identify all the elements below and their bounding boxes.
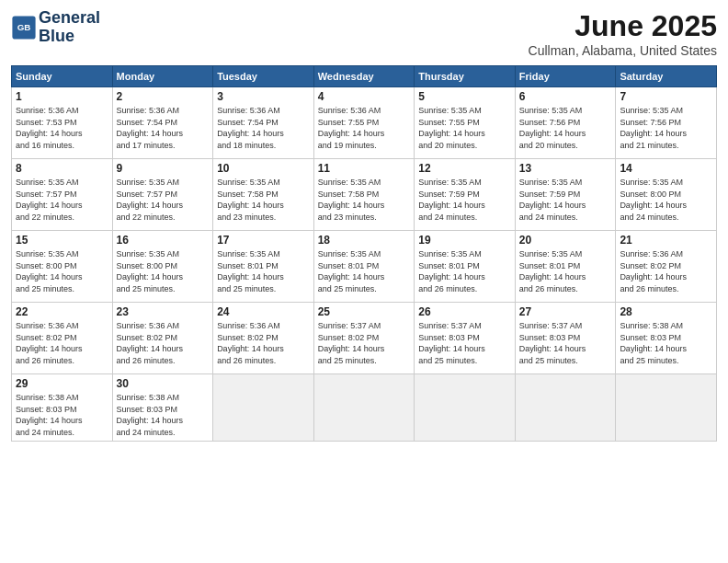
title-block: June 2025 Cullman, Alabama, United State… — [529, 9, 717, 58]
day-info: Sunrise: 5:35 AMSunset: 8:01 PMDaylight:… — [318, 248, 411, 294]
col-friday: Friday — [515, 66, 616, 87]
calendar-table: Sunday Monday Tuesday Wednesday Thursday… — [11, 65, 717, 442]
table-row: 9Sunrise: 5:35 AMSunset: 7:57 PMDaylight… — [112, 159, 213, 231]
day-info: Sunrise: 5:35 AMSunset: 8:01 PMDaylight:… — [519, 248, 612, 294]
page-header: GB General Blue June 2025 Cullman, Alaba… — [11, 9, 717, 58]
calendar-row: 29Sunrise: 5:38 AMSunset: 8:03 PMDayligh… — [12, 374, 717, 442]
day-info: Sunrise: 5:36 AMSunset: 7:55 PMDaylight:… — [318, 105, 411, 151]
day-number: 10 — [217, 162, 310, 175]
table-row: 4Sunrise: 5:36 AMSunset: 7:55 PMDaylight… — [313, 87, 415, 159]
day-info: Sunrise: 5:37 AMSunset: 8:03 PMDaylight:… — [418, 320, 511, 366]
table-row: 29Sunrise: 5:38 AMSunset: 8:03 PMDayligh… — [12, 374, 113, 442]
table-row: 21Sunrise: 5:36 AMSunset: 8:02 PMDayligh… — [616, 231, 717, 303]
svg-text:GB: GB — [17, 22, 31, 32]
day-number: 27 — [519, 305, 612, 318]
day-info: Sunrise: 5:35 AMSunset: 8:01 PMDaylight:… — [418, 248, 511, 294]
table-row: 26Sunrise: 5:37 AMSunset: 8:03 PMDayligh… — [415, 303, 516, 374]
calendar-body: 1Sunrise: 5:36 AMSunset: 7:53 PMDaylight… — [12, 87, 717, 442]
day-number: 17 — [217, 234, 310, 247]
day-number: 25 — [318, 305, 411, 318]
weekday-header-row: Sunday Monday Tuesday Wednesday Thursday… — [12, 66, 717, 87]
table-row: 23Sunrise: 5:36 AMSunset: 8:02 PMDayligh… — [112, 303, 213, 374]
day-number: 29 — [16, 377, 108, 390]
table-row — [616, 374, 717, 442]
day-info: Sunrise: 5:35 AMSunset: 7:55 PMDaylight:… — [418, 105, 511, 151]
table-row: 7Sunrise: 5:35 AMSunset: 7:56 PMDaylight… — [616, 87, 717, 159]
table-row: 10Sunrise: 5:35 AMSunset: 7:58 PMDayligh… — [213, 159, 314, 231]
day-info: Sunrise: 5:38 AMSunset: 8:03 PMDaylight:… — [16, 392, 108, 438]
table-row: 15Sunrise: 5:35 AMSunset: 8:00 PMDayligh… — [12, 231, 113, 303]
table-row: 24Sunrise: 5:36 AMSunset: 8:02 PMDayligh… — [213, 303, 314, 374]
logo-text: General Blue — [39, 9, 100, 46]
day-number: 18 — [318, 234, 411, 247]
location: Cullman, Alabama, United States — [529, 43, 717, 58]
calendar-row: 22Sunrise: 5:36 AMSunset: 8:02 PMDayligh… — [12, 303, 717, 374]
calendar-row: 8Sunrise: 5:35 AMSunset: 7:57 PMDaylight… — [12, 159, 717, 231]
day-number: 26 — [418, 305, 511, 318]
day-number: 22 — [16, 305, 108, 318]
day-number: 2 — [117, 90, 210, 103]
day-number: 20 — [519, 234, 612, 247]
day-info: Sunrise: 5:35 AMSunset: 7:59 PMDaylight:… — [418, 177, 511, 223]
day-number: 4 — [318, 90, 411, 103]
day-number: 16 — [117, 234, 210, 247]
table-row: 28Sunrise: 5:38 AMSunset: 8:03 PMDayligh… — [616, 303, 717, 374]
table-row: 5Sunrise: 5:35 AMSunset: 7:55 PMDaylight… — [415, 87, 516, 159]
day-number: 1 — [16, 90, 108, 103]
day-info: Sunrise: 5:38 AMSunset: 8:03 PMDaylight:… — [117, 392, 210, 438]
day-info: Sunrise: 5:37 AMSunset: 8:02 PMDaylight:… — [318, 320, 411, 366]
day-number: 14 — [620, 162, 712, 175]
table-row — [415, 374, 516, 442]
day-info: Sunrise: 5:36 AMSunset: 8:02 PMDaylight:… — [117, 320, 210, 366]
table-row: 18Sunrise: 5:35 AMSunset: 8:01 PMDayligh… — [313, 231, 415, 303]
day-number: 3 — [217, 90, 310, 103]
table-row: 1Sunrise: 5:36 AMSunset: 7:53 PMDaylight… — [12, 87, 113, 159]
day-number: 28 — [620, 305, 712, 318]
table-row — [313, 374, 415, 442]
table-row: 20Sunrise: 5:35 AMSunset: 8:01 PMDayligh… — [515, 231, 616, 303]
day-info: Sunrise: 5:35 AMSunset: 7:57 PMDaylight:… — [117, 177, 210, 223]
day-info: Sunrise: 5:36 AMSunset: 8:02 PMDaylight:… — [620, 248, 712, 294]
table-row: 19Sunrise: 5:35 AMSunset: 8:01 PMDayligh… — [415, 231, 516, 303]
day-info: Sunrise: 5:35 AMSunset: 7:56 PMDaylight:… — [519, 105, 612, 151]
day-info: Sunrise: 5:38 AMSunset: 8:03 PMDaylight:… — [620, 320, 712, 366]
table-row: 14Sunrise: 5:35 AMSunset: 8:00 PMDayligh… — [616, 159, 717, 231]
day-info: Sunrise: 5:35 AMSunset: 7:57 PMDaylight:… — [16, 177, 108, 223]
table-row: 3Sunrise: 5:36 AMSunset: 7:54 PMDaylight… — [213, 87, 314, 159]
day-info: Sunrise: 5:35 AMSunset: 7:58 PMDaylight:… — [318, 177, 411, 223]
day-info: Sunrise: 5:35 AMSunset: 7:56 PMDaylight:… — [620, 105, 712, 151]
day-info: Sunrise: 5:35 AMSunset: 8:00 PMDaylight:… — [620, 177, 712, 223]
day-number: 7 — [620, 90, 712, 103]
table-row — [213, 374, 314, 442]
day-number: 19 — [418, 234, 511, 247]
day-number: 11 — [318, 162, 411, 175]
day-number: 12 — [418, 162, 511, 175]
day-number: 8 — [16, 162, 108, 175]
calendar-row: 1Sunrise: 5:36 AMSunset: 7:53 PMDaylight… — [12, 87, 717, 159]
day-number: 30 — [117, 377, 210, 390]
col-thursday: Thursday — [415, 66, 516, 87]
table-row: 30Sunrise: 5:38 AMSunset: 8:03 PMDayligh… — [112, 374, 213, 442]
calendar-header: Sunday Monday Tuesday Wednesday Thursday… — [12, 66, 717, 87]
day-info: Sunrise: 5:36 AMSunset: 8:02 PMDaylight:… — [217, 320, 310, 366]
day-number: 5 — [418, 90, 511, 103]
table-row: 11Sunrise: 5:35 AMSunset: 7:58 PMDayligh… — [313, 159, 415, 231]
table-row: 16Sunrise: 5:35 AMSunset: 8:00 PMDayligh… — [112, 231, 213, 303]
table-row: 8Sunrise: 5:35 AMSunset: 7:57 PMDaylight… — [12, 159, 113, 231]
day-number: 24 — [217, 305, 310, 318]
table-row: 27Sunrise: 5:37 AMSunset: 8:03 PMDayligh… — [515, 303, 616, 374]
table-row: 2Sunrise: 5:36 AMSunset: 7:54 PMDaylight… — [112, 87, 213, 159]
day-number: 21 — [620, 234, 712, 247]
day-number: 15 — [16, 234, 108, 247]
table-row: 22Sunrise: 5:36 AMSunset: 8:02 PMDayligh… — [12, 303, 113, 374]
logo: GB General Blue — [11, 9, 100, 46]
day-info: Sunrise: 5:35 AMSunset: 8:00 PMDaylight:… — [117, 248, 210, 294]
day-info: Sunrise: 5:36 AMSunset: 7:54 PMDaylight:… — [117, 105, 210, 151]
table-row — [515, 374, 616, 442]
month-title: June 2025 — [529, 9, 717, 43]
day-number: 6 — [519, 90, 612, 103]
logo-line2: Blue — [39, 27, 74, 45]
calendar-row: 15Sunrise: 5:35 AMSunset: 8:00 PMDayligh… — [12, 231, 717, 303]
col-tuesday: Tuesday — [213, 66, 314, 87]
col-sunday: Sunday — [12, 66, 113, 87]
